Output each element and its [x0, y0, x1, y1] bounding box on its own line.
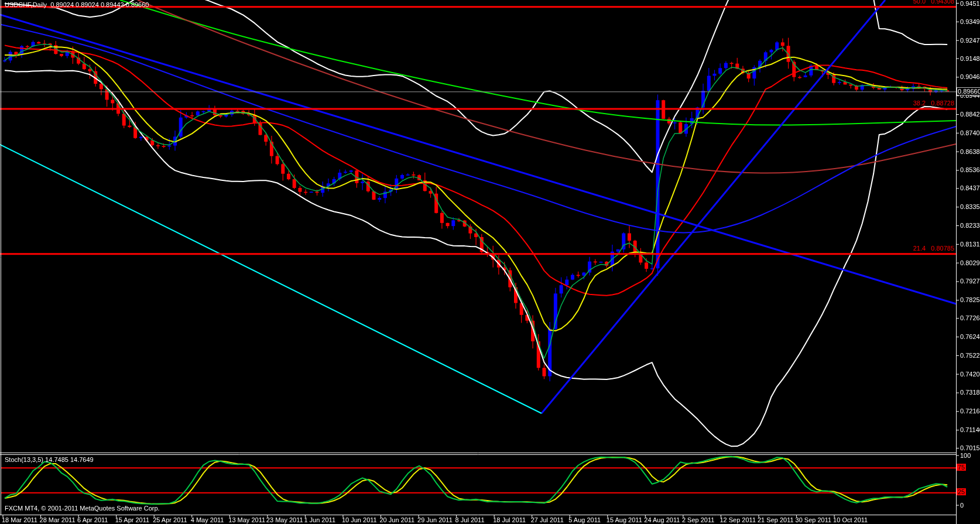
- price-axis-label: 0.75220: [960, 352, 980, 359]
- price-axis-label: 0.80290: [960, 259, 980, 267]
- date-axis-label: 24 Aug 2011: [644, 516, 680, 524]
- price-axis-label: 0.72160: [960, 407, 980, 415]
- stoch-level-badge: 75: [957, 464, 966, 471]
- date-axis-label: 13 May 2011: [228, 516, 265, 524]
- price-axis-label: 0.83350: [960, 203, 980, 211]
- date-axis-label: 29 Jun 2011: [417, 516, 453, 524]
- price-axis-label: 0.91480: [960, 55, 980, 63]
- price-axis-label: 0.90460: [960, 73, 980, 81]
- stoch-values: 14.7485 14.7649: [45, 456, 94, 463]
- price-axis-label: 0.87400: [960, 129, 980, 137]
- date-axis-label: 2 Sep 2011: [682, 516, 714, 524]
- price-axis-label: 0.82330: [960, 222, 980, 230]
- price-axis-label: 0.79270: [960, 278, 980, 285]
- date-axis-label: 23 May 2011: [266, 516, 303, 524]
- price-axis-label: 0.88420: [960, 111, 980, 118]
- fib-level-label: 38.2 0.88728: [913, 100, 954, 107]
- date-axis-label: 10 Jun 2011: [342, 516, 377, 524]
- date-axis-label: 6 Apr 2011: [77, 516, 108, 524]
- date-axis-label: 15 Apr 2011: [115, 516, 150, 524]
- date-axis-label: 15 Aug 2011: [606, 516, 642, 524]
- date-axis-label: 28 Mar 2011: [40, 516, 76, 524]
- date-axis-label: 8 Jul 2011: [455, 516, 485, 524]
- date-axis-label: 20 Jun 2011: [380, 516, 415, 524]
- copyright-text: FXCM MT4, © 2001-2011 MetaQuotes Softwar…: [5, 505, 160, 512]
- price-axis-label: 0.85360: [960, 166, 980, 174]
- date-axis-label: 12 Sep 2011: [719, 516, 756, 524]
- price-axis-label: 0.76240: [960, 333, 980, 341]
- date-axis-label: 27 Jul 2011: [531, 516, 564, 524]
- price-axis-label: 0.93490: [960, 18, 980, 26]
- mt4-chart-window: USDCHF,Daily 0.89024 0.89024 0.89442 0.8…: [0, 0, 980, 524]
- date-axis-label: 18 Jul 2011: [493, 516, 526, 524]
- date-axis-label: 18 Mar 2011: [2, 516, 37, 524]
- date-axis-label: 4 May 2011: [191, 516, 224, 524]
- stoch-indicator-label: Stoch(13,3,5) 14.7485 14.7649: [5, 456, 94, 464]
- price-axis-label: 0.94510: [960, 0, 980, 8]
- date-axis-label: 30 Sep 2011: [796, 516, 832, 524]
- symbol-period-label: USDCHF,Daily: [5, 1, 47, 8]
- stoch-axis-label: 0: [960, 502, 964, 509]
- date-axis-label: 5 Aug 2011: [568, 516, 601, 524]
- stoch-level-badge: 25: [957, 488, 966, 495]
- date-axis-label: 10 Oct 2011: [833, 516, 868, 524]
- fib-level-label: 21.4 0.80785: [913, 245, 954, 252]
- chart-title: USDCHF,Daily 0.89024 0.89024 0.89442 0.8…: [5, 1, 149, 9]
- stoch-name: Stoch(13,3,5): [5, 456, 43, 463]
- date-axis-label: 21 Sep 2011: [758, 516, 794, 524]
- fib-level-label: 50.0 0.94308: [913, 0, 954, 5]
- price-axis-label: 0.81310: [960, 241, 980, 248]
- stoch-axis-label: 100: [960, 452, 971, 460]
- price-axis-label: 0.71140: [960, 426, 980, 434]
- price-chart-canvas[interactable]: [0, 0, 980, 524]
- ohlc-values: 0.89024 0.89024 0.89442 0.89660: [50, 1, 149, 8]
- price-axis-label: 0.84370: [960, 184, 980, 192]
- price-axis-label: 0.77260: [960, 314, 980, 322]
- price-axis-label: 0.74200: [960, 371, 980, 378]
- current-price-badge: 0.89660: [957, 87, 980, 95]
- date-axis-label: 1 Jun 2011: [304, 516, 335, 524]
- price-axis-label: 0.78250: [960, 296, 980, 304]
- date-axis-label: 25 Apr 2011: [153, 516, 187, 524]
- price-axis-label: 0.92470: [960, 37, 980, 44]
- price-axis-label: 0.86380: [960, 148, 980, 156]
- price-axis-label: 0.70150: [960, 444, 980, 452]
- price-axis-label: 0.73180: [960, 389, 980, 396]
